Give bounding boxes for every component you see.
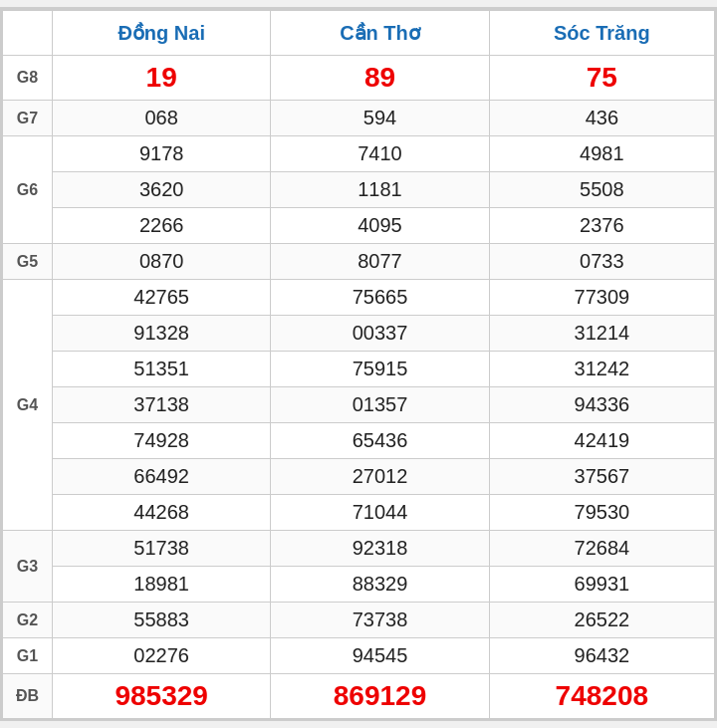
- row-label: G4: [3, 280, 53, 531]
- cell-value: 27012: [271, 459, 489, 495]
- table-row: 362011815508: [3, 172, 715, 208]
- cell-value: 71044: [271, 495, 489, 531]
- table-row: G1022769454596432: [3, 638, 715, 674]
- row-label: G3: [3, 531, 53, 603]
- cell-value: 94545: [271, 638, 489, 674]
- row-label: G1: [3, 638, 53, 674]
- cell-value: 94336: [489, 387, 714, 423]
- cell-value: 9178: [53, 136, 271, 172]
- row-label: G2: [3, 603, 53, 638]
- cell-value: 18981: [53, 567, 271, 603]
- cell-value: 0733: [489, 244, 714, 280]
- cell-value: 5508: [489, 172, 714, 208]
- cell-value: 02276: [53, 638, 271, 674]
- cell-value: 55883: [53, 603, 271, 638]
- table-row: 513517591531242: [3, 352, 715, 387]
- cell-value: 75665: [271, 280, 489, 316]
- table-row: G3517389231872684: [3, 531, 715, 567]
- cell-value: 88329: [271, 567, 489, 603]
- cell-value: 869129: [271, 674, 489, 719]
- table-header: Đồng Nai Cần Thơ Sóc Trăng: [3, 10, 715, 56]
- table-row: 226640952376: [3, 208, 715, 244]
- table-row: G5087080770733: [3, 244, 715, 280]
- cell-value: 69931: [489, 567, 714, 603]
- cell-value: 31242: [489, 352, 714, 387]
- row-label: G8: [3, 56, 53, 101]
- cell-value: 92318: [271, 531, 489, 567]
- lottery-table-container: Đồng Nai Cần Thơ Sóc Trăng G8198975G7068…: [0, 7, 717, 721]
- cell-value: 42419: [489, 423, 714, 459]
- cell-value: 436: [489, 101, 714, 136]
- cell-value: 594: [271, 101, 489, 136]
- cell-value: 79530: [489, 495, 714, 531]
- cell-value: 1181: [271, 172, 489, 208]
- cell-value: 31214: [489, 316, 714, 352]
- cell-value: 72684: [489, 531, 714, 567]
- table-row: 664922701237567: [3, 459, 715, 495]
- cell-value: 74928: [53, 423, 271, 459]
- cell-value: 2376: [489, 208, 714, 244]
- cell-value: 00337: [271, 316, 489, 352]
- row-label: ĐB: [3, 674, 53, 719]
- cell-value: 37567: [489, 459, 714, 495]
- cell-value: 4095: [271, 208, 489, 244]
- table-row: G6917874104981: [3, 136, 715, 172]
- table-row: 749286543642419: [3, 423, 715, 459]
- header-dong-nai: Đồng Nai: [53, 10, 271, 56]
- header-label-col: [3, 10, 53, 56]
- cell-value: 96432: [489, 638, 714, 674]
- cell-value: 42765: [53, 280, 271, 316]
- cell-value: 75: [489, 56, 714, 101]
- cell-value: 51738: [53, 531, 271, 567]
- cell-value: 4981: [489, 136, 714, 172]
- cell-value: 7410: [271, 136, 489, 172]
- cell-value: 51351: [53, 352, 271, 387]
- table-row: 371380135794336: [3, 387, 715, 423]
- header-can-tho: Cần Thơ: [271, 10, 489, 56]
- table-row: G4427657566577309: [3, 280, 715, 316]
- cell-value: 8077: [271, 244, 489, 280]
- cell-value: 73738: [271, 603, 489, 638]
- cell-value: 37138: [53, 387, 271, 423]
- row-label: G5: [3, 244, 53, 280]
- row-label: G6: [3, 136, 53, 244]
- cell-value: 77309: [489, 280, 714, 316]
- cell-value: 19: [53, 56, 271, 101]
- cell-value: 01357: [271, 387, 489, 423]
- cell-value: 65436: [271, 423, 489, 459]
- cell-value: 66492: [53, 459, 271, 495]
- cell-value: 748208: [489, 674, 714, 719]
- table-row: G2558837373826522: [3, 603, 715, 638]
- cell-value: 44268: [53, 495, 271, 531]
- cell-value: 0870: [53, 244, 271, 280]
- header-soc-trang: Sóc Trăng: [489, 10, 714, 56]
- table-row: 442687104479530: [3, 495, 715, 531]
- cell-value: 2266: [53, 208, 271, 244]
- lottery-table: Đồng Nai Cần Thơ Sóc Trăng G8198975G7068…: [2, 9, 715, 719]
- table-row: 189818832969931: [3, 567, 715, 603]
- cell-value: 3620: [53, 172, 271, 208]
- table-row: G8198975: [3, 56, 715, 101]
- cell-value: 89: [271, 56, 489, 101]
- cell-value: 91328: [53, 316, 271, 352]
- table-row: G7068594436: [3, 101, 715, 136]
- row-label: G7: [3, 101, 53, 136]
- table-row: 913280033731214: [3, 316, 715, 352]
- cell-value: 75915: [271, 352, 489, 387]
- cell-value: 26522: [489, 603, 714, 638]
- cell-value: 985329: [53, 674, 271, 719]
- cell-value: 068: [53, 101, 271, 136]
- table-row: ĐB985329869129748208: [3, 674, 715, 719]
